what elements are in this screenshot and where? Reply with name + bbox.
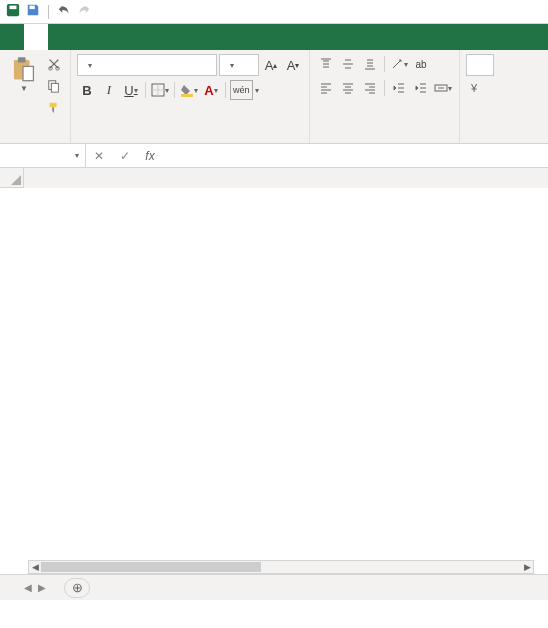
- increase-font-icon[interactable]: A▴: [261, 55, 281, 75]
- ribbon-tabs: [0, 24, 548, 50]
- sheet-nav-next-icon[interactable]: ▶: [38, 582, 46, 593]
- indent-increase-icon[interactable]: [411, 78, 431, 98]
- fx-icon[interactable]: fx: [138, 144, 162, 167]
- bold-button[interactable]: B: [77, 80, 97, 100]
- fill-color-button[interactable]: ▾: [179, 80, 199, 100]
- undo-icon[interactable]: [57, 3, 71, 20]
- align-middle-icon[interactable]: [338, 54, 358, 74]
- redo-icon[interactable]: [77, 3, 91, 20]
- title-bar: [0, 0, 548, 24]
- quick-access-toolbar: [0, 3, 97, 20]
- align-left-icon[interactable]: [316, 78, 336, 98]
- font-color-button[interactable]: A▾: [201, 80, 221, 100]
- font-size-combo[interactable]: ▾: [219, 54, 259, 76]
- svg-rect-8: [51, 83, 58, 92]
- group-label-clipboard: [6, 140, 64, 141]
- align-right-icon[interactable]: [360, 78, 380, 98]
- tab-layout[interactable]: [72, 24, 96, 50]
- number-format-combo[interactable]: [466, 54, 494, 76]
- border-button[interactable]: ▾: [150, 80, 170, 100]
- group-label-align: [316, 140, 453, 141]
- tab-data[interactable]: [120, 24, 144, 50]
- underline-button[interactable]: U▾: [121, 80, 141, 100]
- ribbon-group-number: ¥: [460, 50, 500, 143]
- decrease-font-icon[interactable]: A▾: [283, 55, 303, 75]
- accounting-icon[interactable]: ¥: [466, 78, 486, 98]
- name-box[interactable]: ▾: [0, 144, 86, 167]
- autosave-icon[interactable]: [6, 3, 20, 20]
- horizontal-scrollbar[interactable]: ◀ ▶: [28, 560, 534, 574]
- tab-view[interactable]: [168, 24, 192, 50]
- cut-icon[interactable]: [44, 54, 64, 74]
- svg-text:¥: ¥: [470, 82, 478, 94]
- scroll-thumb[interactable]: [41, 562, 261, 572]
- enter-icon[interactable]: ✓: [112, 144, 138, 167]
- scroll-left-icon[interactable]: ◀: [29, 562, 41, 572]
- tab-formula[interactable]: [96, 24, 120, 50]
- ribbon-group-align: ▾ ab ▾: [310, 50, 460, 143]
- paste-button[interactable]: ▼: [6, 54, 40, 95]
- cancel-icon[interactable]: ✕: [86, 144, 112, 167]
- scroll-right-icon[interactable]: ▶: [521, 562, 533, 572]
- orientation-icon[interactable]: ▾: [389, 54, 409, 74]
- formula-input[interactable]: [162, 144, 548, 167]
- tab-file[interactable]: [0, 24, 24, 50]
- svg-rect-3: [18, 57, 26, 62]
- svg-rect-4: [23, 66, 33, 80]
- align-center-icon[interactable]: [338, 78, 358, 98]
- merge-button[interactable]: ▾: [433, 78, 453, 98]
- ribbon-group-clipboard: ▼: [0, 50, 71, 143]
- tab-insert[interactable]: [48, 24, 72, 50]
- select-all-corner[interactable]: [0, 168, 24, 188]
- format-painter-icon[interactable]: [44, 98, 64, 118]
- italic-button[interactable]: I: [99, 80, 119, 100]
- svg-rect-1: [30, 6, 35, 10]
- tab-review[interactable]: [144, 24, 168, 50]
- sheet-nav-prev-icon[interactable]: ◀: [24, 582, 32, 593]
- tab-dev[interactable]: [192, 24, 216, 50]
- ribbon: ▼ ▾ ▾ A▴ A▾ B I U▾ ▾: [0, 50, 548, 144]
- ribbon-group-font: ▾ ▾ A▴ A▾ B I U▾ ▾ ▾ A▾ wén▾: [71, 50, 310, 143]
- tab-help[interactable]: [216, 24, 240, 50]
- add-sheet-button[interactable]: ⊕: [64, 578, 90, 598]
- align-top-icon[interactable]: [316, 54, 336, 74]
- formula-bar: ▾ ✕ ✓ fx: [0, 144, 548, 168]
- copy-icon[interactable]: [44, 76, 64, 96]
- svg-rect-10: [181, 94, 193, 97]
- align-bottom-icon[interactable]: [360, 54, 380, 74]
- font-name-combo[interactable]: ▾: [77, 54, 217, 76]
- phonetic-button[interactable]: wén: [230, 80, 253, 100]
- save-icon[interactable]: [26, 3, 40, 20]
- indent-decrease-icon[interactable]: [389, 78, 409, 98]
- tab-home[interactable]: [24, 24, 48, 50]
- sheet-tab-bar: ◀ ▶ ⊕: [0, 574, 548, 600]
- wrap-text-icon[interactable]: ab: [411, 54, 431, 74]
- worksheet-grid[interactable]: ◀ ▶ ◀ ▶ ⊕: [0, 168, 548, 600]
- group-label-font: [77, 140, 303, 141]
